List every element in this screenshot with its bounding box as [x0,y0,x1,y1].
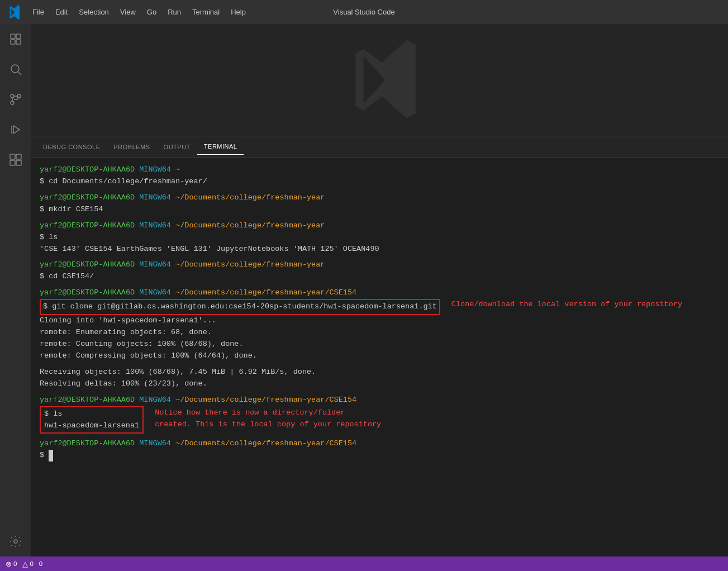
terminal-line: remote: Counting objects: 100% (68/68), … [40,339,719,350]
terminal-line: $ git clone git@gitlab.cs.washington.edu… [40,299,719,315]
cursor [49,450,53,461]
extensions-icon[interactable] [6,150,25,169]
annotation-clone: Clone/download the local version of your… [451,299,682,311]
content-area: DEBUG CONSOLE PROBLEMS OUTPUT TERMINAL y… [31,24,728,556]
terminal-line: remote: Compressing objects: 100% (64/64… [40,350,719,362]
terminal-line: $ cd Documents/college/freshman-year/ [40,176,719,188]
spacer [40,362,719,367]
warnings-status[interactable]: △ 0 [22,560,33,568]
activity-bar [0,24,31,556]
tab-problems[interactable]: PROBLEMS [107,139,156,155]
menu-help[interactable]: Help [225,4,251,20]
svg-rect-0 [11,34,15,39]
menu-view[interactable]: View [115,4,141,20]
run-debug-icon[interactable] [6,120,25,139]
terminal-line: remote: Enumerating objects: 68, done. [40,327,719,339]
terminal-line: yarf2@DESKTOP-AHKAA6D MINGW64 ~/Document… [40,394,719,406]
git-clone-command-box: $ git clone git@gitlab.cs.washington.edu… [40,299,440,315]
terminal-line: Receiving objects: 100% (68/68), 7.45 Mi… [40,367,719,378]
terminal-line: Cloning into 'hw1-spacedom-larsena1'... [40,315,719,327]
svg-rect-1 [11,40,15,44]
tab-terminal[interactable]: TERMINAL [197,139,244,155]
tab-output[interactable]: OUTPUT [157,139,197,155]
terminal-line: yarf2@DESKTOP-AHKAA6D MINGW64 ~/Document… [40,192,719,204]
error-icon: ⊗ [6,560,12,568]
editor-area [31,24,728,136]
explorer-icon[interactable] [6,30,25,49]
svg-rect-2 [16,34,21,39]
terminal-line: $ mkdir CSE154 [40,204,719,216]
svg-rect-14 [16,160,21,165]
errors-status[interactable]: ⊗ 0 [6,560,17,568]
main-area: DEBUG CONSOLE PROBLEMS OUTPUT TERMINAL y… [0,24,728,556]
svg-point-6 [11,94,14,98]
terminal-line: $ cd CSE154/ [40,271,719,283]
terminal-line: yarf2@DESKTOP-AHKAA6D MINGW64 ~/Document… [40,438,719,450]
terminal-line: yarf2@DESKTOP-AHKAA6D MINGW64 ~/Document… [40,259,719,271]
terminal-line: $ [40,450,719,461]
settings-area [6,532,25,556]
spacer [40,216,719,220]
warning-icon: △ [22,560,28,568]
menu-run[interactable]: Run [162,4,187,20]
terminal-line: yarf2@DESKTOP-AHKAA6D MINGW64 ~ [40,164,719,176]
spacer [40,255,719,259]
prompt-shell: MINGW64 [139,165,171,174]
vscode-watermark-icon [329,35,430,125]
search-icon[interactable] [6,60,25,79]
terminal-line: yarf2@DESKTOP-AHKAA6D MINGW64 ~/Document… [40,287,719,299]
svg-line-5 [18,72,21,75]
menu-go[interactable]: Go [141,4,162,20]
prompt-user: yarf2@DESKTOP-AHKAA6D [40,165,135,174]
prompt-path: ~ [175,165,180,174]
source-control-icon[interactable] [6,90,25,109]
svg-point-15 [14,540,17,543]
menu-edit[interactable]: Edit [50,4,73,20]
svg-marker-9 [13,126,20,134]
terminal-content[interactable]: yarf2@DESKTOP-AHKAA6D MINGW64 ~ $ cd Doc… [31,158,728,556]
terminal-line: Resolving deltas: 100% (23/23), done. [40,378,719,390]
terminal-line: 'CSE 143' CSE154 EarthGames 'ENGL 131' J… [40,244,719,255]
menu-selection[interactable]: Selection [73,4,114,20]
ls-output-box: $ ls hw1-spacedom-larsena1 [40,406,144,434]
panel: DEBUG CONSOLE PROBLEMS OUTPUT TERMINAL y… [31,136,728,556]
window-title: Visual Studio Code [333,8,394,16]
annotation-ls: Notice how there is now a directory/fold… [155,407,381,431]
tab-debug-console[interactable]: DEBUG CONSOLE [36,139,107,155]
spacer [40,390,719,394]
vscode-logo-icon [6,4,22,21]
spacer [40,434,719,438]
terminal-line: $ ls [40,232,719,244]
settings-icon[interactable] [6,532,25,551]
info-status[interactable]: 0 [39,560,42,567]
panel-tabs: DEBUG CONSOLE PROBLEMS OUTPUT TERMINAL [31,136,728,158]
menu-terminal[interactable]: Terminal [187,4,225,20]
terminal-line: yarf2@DESKTOP-AHKAA6D MINGW64 ~/Document… [40,220,719,232]
svg-rect-3 [16,40,21,44]
svg-rect-12 [16,154,21,159]
svg-rect-11 [10,154,15,159]
title-bar: File Edit Selection View Go Run Terminal… [0,0,728,24]
spacer [40,188,719,192]
svg-point-4 [11,65,19,73]
svg-rect-13 [10,160,15,165]
status-bar: ⊗ 0 △ 0 0 [0,556,728,571]
spacer [40,283,719,287]
svg-point-7 [11,101,14,104]
terminal-line: $ ls hw1-spacedom-larsena1 Notice how th… [40,406,719,434]
menu-file[interactable]: File [27,4,50,20]
